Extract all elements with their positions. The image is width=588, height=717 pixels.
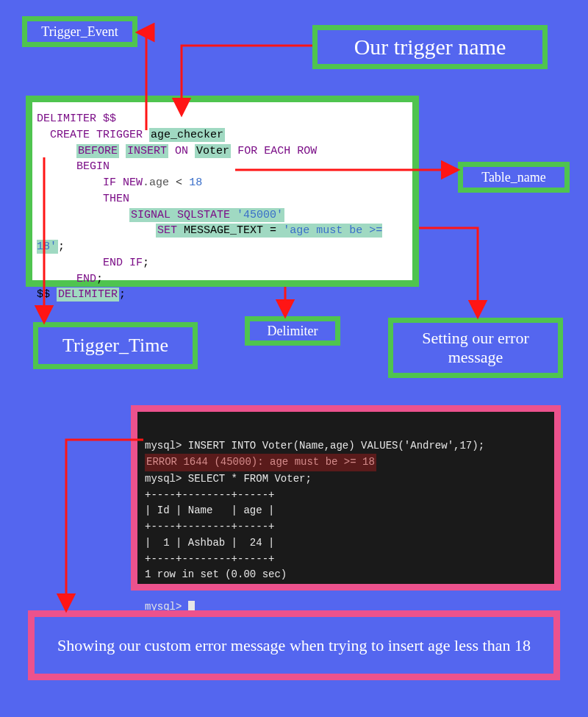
label-text: Delimiter [268,324,318,339]
label-error-setting: Setting our error message [388,318,563,378]
label-text: Trigger_Time [62,335,168,357]
label-text: Our trigger name [354,35,506,60]
caption-box: Showing our custom error message when tr… [28,610,560,680]
label-trigger-name: Our trigger name [312,25,548,69]
label-table-name: Table_name [458,162,570,193]
label-text: Trigger_Event [41,24,118,40]
label-trigger-event: Trigger_Event [22,16,137,47]
label-trigger-time: Trigger_Time [33,322,198,369]
caption-text: Showing our custom error message when tr… [57,636,531,655]
sql-code-block: DELIMITER $$ CREATE TRIGGER age_checker … [26,96,419,287]
label-delimiter: Delimiter [245,316,340,346]
mysql-terminal: mysql> INSERT INTO Voter(Name,age) VALUE… [131,405,561,591]
label-text: Table_name [481,170,546,185]
label-text: Setting our error message [393,329,558,367]
